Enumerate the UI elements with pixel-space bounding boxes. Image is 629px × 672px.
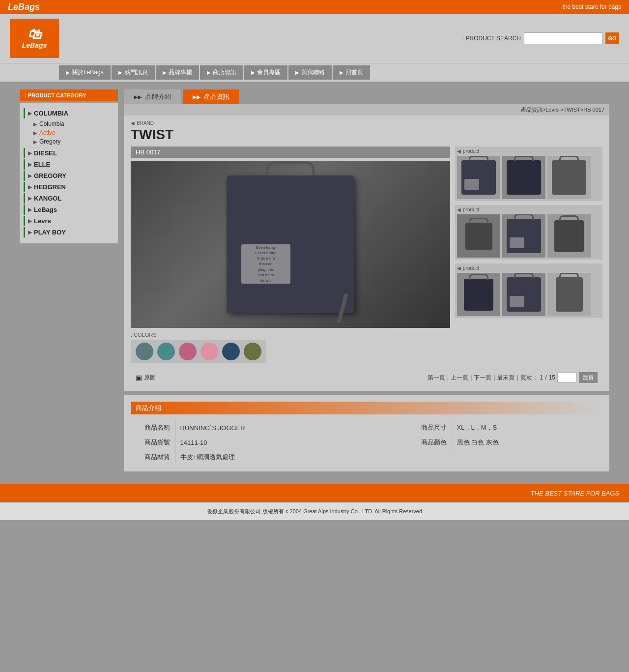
sidebar-item-columbia[interactable]: ▶ COLUMBIA <box>24 108 114 118</box>
thumb-bag-handle <box>469 156 488 161</box>
page-jump-input[interactable] <box>557 373 577 382</box>
color-swatch-1[interactable] <box>136 343 153 360</box>
page-next-link[interactable]: 下一頁 <box>474 374 491 382</box>
search-input[interactable] <box>524 32 602 44</box>
sidebar-item-columbia-sub[interactable]: ▶ Columbia <box>24 119 114 128</box>
page-first-link[interactable]: 第一頁 <box>428 374 445 382</box>
sub-arrow-icon: ▶ <box>33 139 37 145</box>
thumb-bag <box>507 277 541 312</box>
color-swatch-2[interactable] <box>157 343 175 360</box>
topbar-logo: LeBags <box>8 2 40 12</box>
nav-arrow-icon: ▶ <box>66 70 70 75</box>
thumb-item-1-1[interactable] <box>457 156 500 199</box>
thumb-group-label-3: ◀ product <box>457 265 600 271</box>
tab-product-info[interactable]: ▶▶ 產品資訊 <box>183 89 240 104</box>
expand-arrow-icon: ▶ <box>28 162 32 167</box>
product-info-header: 商品介紹 <box>131 402 602 414</box>
nav-item-member[interactable]: ▶ 會員專區 <box>244 65 287 80</box>
logo-text: LeBags <box>22 41 47 49</box>
table-row: 商品貨號 14111-10 商品顏色 黑色 白色 灰色 <box>131 435 602 450</box>
breadcrumb: 產品資訊>Levrs >TWIST>HB 0017 <box>124 104 609 116</box>
sidebar-item-diesel[interactable]: ▶ DIESEL <box>24 148 114 158</box>
header: 🛍 LeBags : PRODUCT SEARCH GO <box>0 14 629 63</box>
value-material: 牛皮+網洞透氣處理 <box>175 450 602 465</box>
thumb-bag <box>556 277 583 312</box>
colors-label: : COLORS <box>131 332 450 338</box>
bag-handle <box>266 161 315 175</box>
nav-item-brands[interactable]: ▶ 品牌專櫃 <box>156 65 199 80</box>
value-name: RUNNING`S JOGGER <box>175 420 393 435</box>
nav-arrow-icon: ▶ <box>295 70 299 75</box>
sidebar-item-lebags[interactable]: ▶ LeBags <box>24 205 114 215</box>
sidebar: : PRODUCT CATEGORY ▶ COLUMBIA ▶ Columbia… <box>20 89 118 471</box>
sidebar-item-active[interactable]: ▶ Active <box>24 128 114 137</box>
thumb-item-2-2[interactable] <box>502 214 545 258</box>
sidebar-content: ▶ COLUMBIA ▶ Columbia ▶ Active ▶ Gregory… <box>20 103 118 243</box>
sidebar-item-gregory[interactable]: ▶ GREGORY <box>24 171 114 181</box>
sidebar-item-levrs[interactable]: ▶ Levrs <box>24 216 114 226</box>
color-swatch-4[interactable] <box>200 343 218 360</box>
bag-strap <box>337 293 348 323</box>
product-id-bar: HB 0017 <box>131 146 450 158</box>
sub-arrow-icon: ▶ <box>33 121 37 127</box>
thumb-bag <box>552 160 586 195</box>
thumbnails-panel: ◀ product <box>455 146 602 367</box>
nav-item-home[interactable]: ▶ 回首頁 <box>333 65 370 80</box>
site-logo: 🛍 LeBags <box>10 19 59 58</box>
thumb-item-3-3[interactable] <box>547 273 591 316</box>
tab-brand-intro[interactable]: ▶▶ 品牌介紹 <box>124 89 181 104</box>
sidebar-item-hedgren[interactable]: ▶ HEDGREN <box>24 182 114 192</box>
page-total: 15 <box>549 374 555 381</box>
color-swatch-5[interactable] <box>222 343 240 360</box>
thumb-bag <box>507 160 541 195</box>
page-prev-link[interactable]: 上一頁 <box>451 374 468 382</box>
thumb-bag <box>464 279 493 311</box>
color-swatch-6[interactable] <box>244 343 261 360</box>
thumb-item-1-2[interactable] <box>502 156 545 199</box>
thumb-bag-handle <box>514 214 534 220</box>
thumb-row-2 <box>457 214 600 258</box>
thumb-bag-handle <box>469 274 488 280</box>
label-code: 商品貨號 <box>131 435 175 450</box>
thumb-item-3-1[interactable] <box>457 273 500 316</box>
nav-item-news[interactable]: ▶ 熱門訊息 <box>112 65 155 80</box>
thumb-item-2-1[interactable] <box>457 214 500 258</box>
thumb-bag <box>465 223 492 250</box>
category-group-columbia: ▶ COLUMBIA ▶ Columbia ▶ Active ▶ Gregory <box>24 108 114 146</box>
tab-arrow-icon: ▶▶ <box>193 94 200 100</box>
brand-arrow-icon: ◀ <box>131 120 135 126</box>
page-go-button[interactable]: 跳頁 <box>579 372 598 383</box>
nav-arrow-icon: ▶ <box>207 70 211 75</box>
nav-bar: ▶ 關於LeBags ▶ 熱門訊息 ▶ 品牌專櫃 ▶ 商店資訊 ▶ 會員專區 ▶… <box>0 63 629 82</box>
color-swatch-3[interactable] <box>179 343 197 360</box>
nav-arrow-icon: ▶ <box>118 70 122 75</box>
topbar-slogan: the best stare for bags <box>563 3 621 10</box>
nav-arrow-icon: ▶ <box>251 70 255 75</box>
sidebar-item-kangol[interactable]: ▶ KANGOL <box>24 193 114 204</box>
sidebar-header: : PRODUCT CATEGORY <box>20 89 118 101</box>
sidebar-item-gregory-sub[interactable]: ▶ Gregory <box>24 137 114 146</box>
top-bar: LeBags the best stare for bags <box>0 0 629 14</box>
nav-item-contact[interactable]: ▶ 與我聯絡 <box>288 65 332 80</box>
sidebar-item-elle[interactable]: ▶ ELLE <box>24 159 114 170</box>
thumb-arrow-icon: ◀ <box>457 265 461 271</box>
product-image: Even todayLevi's brandfinds morethan onp… <box>131 161 450 328</box>
nav-item-about[interactable]: ▶ 關於LeBags <box>59 65 111 80</box>
product-panel: ◀ BRAND TWIST HB 0017 Even todayLevi's b… <box>124 116 609 391</box>
thumb-row-1 <box>457 156 600 199</box>
table-row: 商品名稱 RUNNING`S JOGGER 商品尺寸 XL，L，M，S <box>131 420 602 435</box>
search-button[interactable]: GO <box>605 32 619 44</box>
logo-icon: 🛍 <box>28 28 41 41</box>
thumb-group-label-2: ◀ product <box>457 207 600 212</box>
sidebar-item-playboy[interactable]: ▶ PLAY BOY <box>24 227 114 237</box>
label-name: 商品名稱 <box>131 420 175 435</box>
page-last-link[interactable]: 最末頁 <box>497 374 515 382</box>
expand-arrow-icon: ▶ <box>28 218 32 224</box>
footer-orange-bar: THE BEST STARE FOR BAGS <box>0 484 629 502</box>
thumb-item-3-2[interactable] <box>502 273 545 316</box>
thumb-item-1-3[interactable] <box>547 156 591 199</box>
value-code: 14111-10 <box>175 435 393 450</box>
expand-arrow-icon: ▶ <box>28 150 32 156</box>
nav-item-shop[interactable]: ▶ 商店資訊 <box>200 65 243 80</box>
thumb-item-2-3[interactable] <box>547 214 591 258</box>
